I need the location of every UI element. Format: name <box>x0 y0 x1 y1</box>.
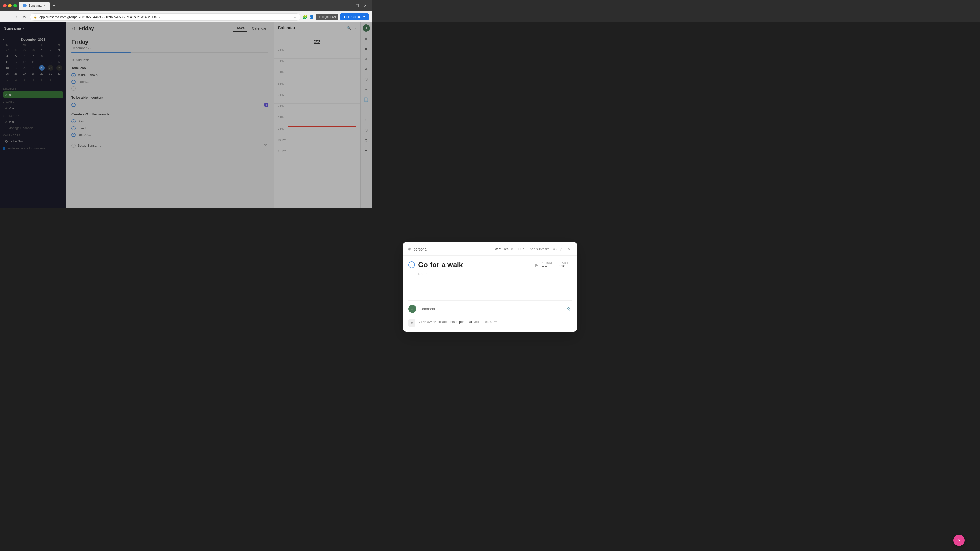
incognito-badge: Incognito (2) <box>316 14 339 20</box>
tab-bar: Sunsama ✕ + <box>19 2 343 10</box>
finish-update-chevron: ▾ <box>363 15 365 19</box>
address-bar[interactable]: 🔒 app.sunsama.com/group/1703182764469638… <box>30 13 301 21</box>
tab-close-button[interactable]: ✕ <box>44 4 46 7</box>
active-tab[interactable]: Sunsama ✕ <box>19 2 50 10</box>
profile-icon[interactable]: 👤 <box>309 14 314 19</box>
restore-btn[interactable]: ❐ <box>354 3 360 8</box>
finish-update-button[interactable]: Finish update ▾ <box>340 13 369 21</box>
bookmark-icon[interactable]: ☆ <box>293 15 297 19</box>
minimize-btn[interactable]: — <box>345 3 352 8</box>
browser-chrome: Sunsama ✕ + — ❐ ✕ <box>0 0 372 11</box>
extensions-icon[interactable]: 🧩 <box>302 14 307 19</box>
address-text: app.sunsama.com/group/17031827644696380?… <box>39 15 291 19</box>
reload-button[interactable]: ↻ <box>21 14 28 21</box>
lock-icon: 🔒 <box>34 15 37 19</box>
close-window-button[interactable] <box>3 4 6 7</box>
finish-update-label: Finish update <box>344 15 363 19</box>
forward-button[interactable]: → <box>12 14 19 20</box>
address-bar-row: ← → ↻ 🔒 app.sunsama.com/group/1703182764… <box>0 11 372 22</box>
window-controls <box>3 4 17 7</box>
toolbar-icons: 🧩 👤 <box>302 14 314 19</box>
tab-favicon <box>23 4 27 7</box>
close-btn[interactable]: ✕ <box>363 3 369 8</box>
back-button[interactable]: ← <box>3 14 10 20</box>
new-tab-button[interactable]: + <box>51 3 58 8</box>
tab-label: Sunsama <box>29 4 41 7</box>
browser-window-controls: — ❐ ✕ <box>345 3 369 8</box>
maximize-window-button[interactable] <box>13 4 17 7</box>
modal-overlay[interactable]: # personal Start: Dec 23 Due Add subtask… <box>0 22 372 208</box>
minimize-window-button[interactable] <box>8 4 12 7</box>
address-actions: ☆ <box>293 15 297 19</box>
